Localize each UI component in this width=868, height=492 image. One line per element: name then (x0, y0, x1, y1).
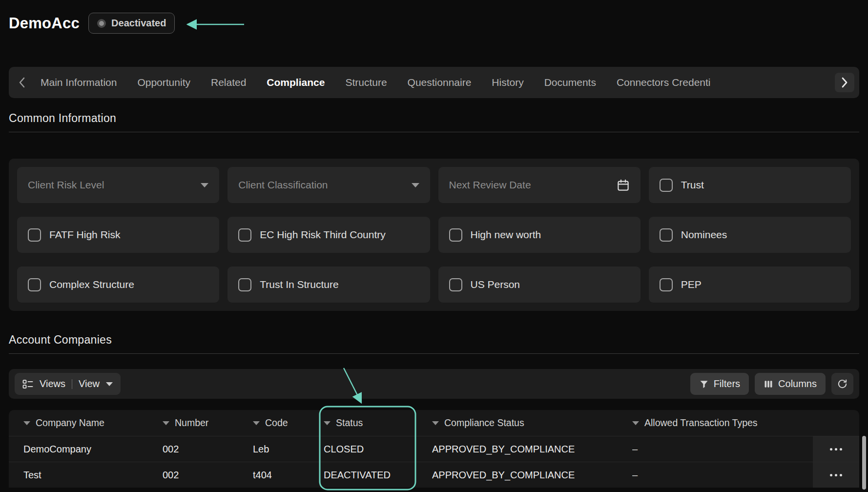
section-divider (9, 132, 859, 132)
column-header-code: Code (253, 417, 324, 429)
checkbox-label: Complex Structure (49, 279, 134, 290)
checkbox-label: Trust In Structure (260, 279, 338, 290)
fatf-high-risk-checkbox[interactable]: FATF High Risk (17, 217, 219, 253)
select-placeholder: Client Risk Level (28, 179, 201, 191)
account-companies-heading: Account Companies (9, 333, 859, 347)
refresh-button[interactable] (831, 373, 853, 395)
client-risk-level-select[interactable]: Client Risk Level (17, 167, 219, 203)
views-label: Views (40, 378, 65, 390)
tab-structure[interactable]: Structure (335, 67, 397, 98)
tab-main-information[interactable]: Main Information (30, 67, 127, 98)
status-badge-label: Deactivated (111, 18, 166, 29)
views-selector[interactable]: Views View (15, 373, 121, 395)
account-title: DemoAcc (9, 15, 80, 32)
complex-structure-checkbox[interactable]: Complex Structure (17, 266, 219, 303)
tab-related[interactable]: Related (201, 67, 256, 98)
checkbox-icon (660, 179, 673, 192)
column-header-number: Number (163, 417, 253, 429)
column-label: Allowed Transaction Types (644, 417, 758, 429)
cell-status: CLOSED (324, 444, 432, 455)
calendar-icon (617, 179, 630, 192)
ec-high-risk-third-country-checkbox[interactable]: EC High Risk Third Country (227, 217, 430, 253)
tab-opportunity[interactable]: Opportunity (127, 67, 201, 98)
checkbox-icon (449, 228, 462, 242)
column-menu-icon[interactable] (253, 421, 260, 425)
checkbox-icon (238, 278, 251, 291)
table-scrollbar[interactable] (862, 436, 866, 490)
cell-number: 002 (163, 470, 253, 481)
filters-button[interactable]: Filters (690, 373, 749, 395)
cell-allowed-transaction-types: – (632, 470, 813, 481)
tab-list: Main Information Opportunity Related Com… (30, 67, 835, 98)
account-companies-table: Company Name Number Code Status Complian… (9, 410, 859, 488)
column-menu-icon[interactable] (432, 421, 439, 425)
common-information-panel: Client Risk Level Client Classification … (9, 159, 859, 311)
account-header: DemoAcc Deactivated (9, 0, 859, 34)
column-menu-icon[interactable] (163, 421, 169, 425)
high-new-worth-checkbox[interactable]: High new worth (438, 217, 641, 253)
cell-company-name: DemoCompany (23, 444, 163, 455)
row-actions-menu-button[interactable] (813, 436, 859, 462)
tabs-scroll-left-icon[interactable] (14, 73, 30, 92)
column-menu-icon[interactable] (23, 421, 30, 425)
cell-status: DEACTIVATED (324, 470, 432, 481)
client-classification-select[interactable]: Client Classification (227, 167, 430, 203)
checkbox-label: PEP (681, 279, 702, 290)
tab-compliance[interactable]: Compliance (256, 67, 335, 98)
column-label: Number (175, 417, 208, 429)
column-header-allowed-transaction-types: Allowed Transaction Types (632, 417, 813, 429)
column-label: Status (336, 417, 363, 429)
checkbox-label: EC High Risk Third Country (260, 229, 386, 241)
ellipsis-icon (830, 474, 842, 476)
cell-number: 002 (163, 444, 253, 455)
checkbox-label: FATF High Risk (49, 229, 120, 241)
cell-allowed-transaction-types: – (632, 444, 813, 455)
trust-checkbox[interactable]: Trust (649, 167, 851, 203)
filters-button-label: Filters (714, 378, 740, 390)
account-status-badge[interactable]: Deactivated (88, 13, 175, 34)
tab-connectors-credentials[interactable]: Connectors Credenti (606, 67, 721, 98)
checkbox-icon (28, 278, 41, 291)
columns-icon (764, 379, 773, 389)
current-view-label: View (79, 378, 100, 390)
checkbox-icon (660, 278, 673, 291)
column-header-compliance-status: Compliance Status (432, 417, 632, 429)
us-person-checkbox[interactable]: US Person (438, 266, 641, 303)
column-label: Compliance Status (444, 417, 524, 429)
cell-compliance-status: APPROVED_BY_COMPLIANCE (432, 444, 632, 455)
table-row[interactable]: DemoCompany 002 Leb CLOSED APPROVED_BY_C… (9, 436, 859, 462)
row-actions-menu-button[interactable] (813, 462, 859, 488)
cell-compliance-status: APPROVED_BY_COMPLIANCE (432, 470, 632, 481)
column-menu-icon[interactable] (324, 421, 331, 425)
status-dot-icon (97, 19, 106, 28)
column-header-company-name: Company Name (23, 417, 163, 429)
column-label: Code (265, 417, 288, 429)
cell-company-name: Test (23, 470, 163, 481)
column-menu-icon[interactable] (632, 421, 639, 425)
tabs-scroll-right-icon[interactable] (835, 73, 854, 92)
columns-button-label: Columns (778, 378, 817, 390)
checkbox-label: Nominees (681, 229, 727, 241)
table-header-row: Company Name Number Code Status Complian… (9, 410, 859, 436)
next-review-date-input[interactable]: Next Review Date (438, 167, 641, 203)
checkbox-label: High new worth (471, 229, 541, 241)
checkbox-label: Trust (681, 179, 704, 191)
chevron-down-icon (201, 183, 208, 187)
trust-in-structure-checkbox[interactable]: Trust In Structure (227, 266, 430, 303)
tab-history[interactable]: History (481, 67, 534, 98)
ellipsis-icon (830, 448, 842, 451)
checkbox-icon (449, 278, 462, 291)
tab-documents[interactable]: Documents (534, 67, 606, 98)
checkbox-icon (660, 228, 673, 242)
tab-questionnaire[interactable]: Questionnaire (397, 67, 482, 98)
table-row[interactable]: Test 002 t404 DEACTIVATED APPROVED_BY_CO… (9, 462, 859, 488)
chevron-down-icon (412, 183, 419, 187)
checkbox-label: US Person (471, 279, 520, 290)
column-header-status: Status (324, 417, 432, 429)
pep-checkbox[interactable]: PEP (649, 266, 851, 303)
nominees-checkbox[interactable]: Nominees (649, 217, 851, 253)
columns-button[interactable]: Columns (755, 373, 826, 395)
filter-funnel-icon (699, 379, 709, 389)
checkbox-icon (238, 228, 251, 242)
select-placeholder: Client Classification (238, 179, 411, 191)
